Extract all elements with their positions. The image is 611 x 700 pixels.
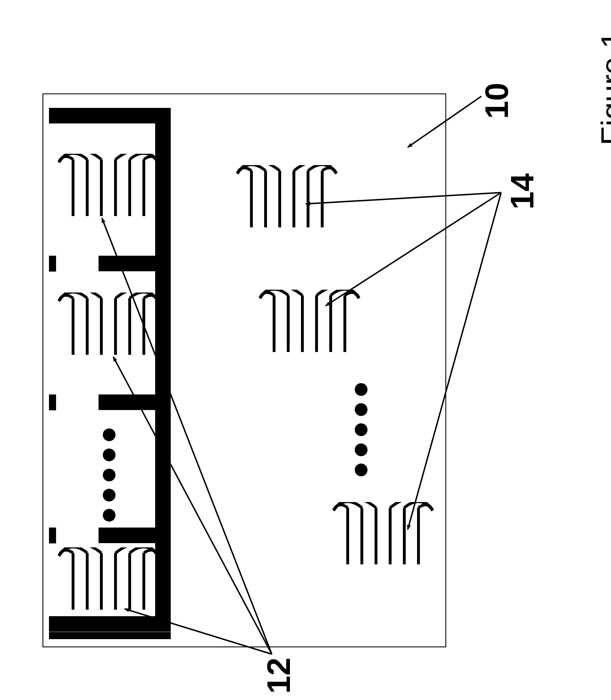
ellipsis-icon [103, 429, 116, 522]
divider-stub [49, 256, 56, 271]
divider [99, 256, 171, 271]
coil-icon [58, 547, 160, 615]
coil-icon [332, 502, 434, 570]
divider [99, 394, 171, 410]
coil-icon [258, 290, 360, 358]
divider-stub [49, 394, 56, 410]
system-box [43, 93, 446, 647]
coil-svg [58, 154, 160, 222]
label-12: 12 [260, 657, 297, 694]
ellipsis-icon [355, 383, 368, 476]
chamber-bottom-bar [49, 632, 171, 639]
divider-stub [49, 527, 56, 543]
page: Figure 1 10 14 12 [0, 0, 611, 700]
divider [99, 527, 171, 543]
coil-icon [58, 293, 160, 360]
label-10: 10 [478, 83, 515, 119]
coil-icon [236, 165, 338, 233]
label-14: 14 [503, 173, 541, 210]
coil-icon [58, 154, 160, 222]
figure-title: Figure 1 [594, 31, 611, 146]
